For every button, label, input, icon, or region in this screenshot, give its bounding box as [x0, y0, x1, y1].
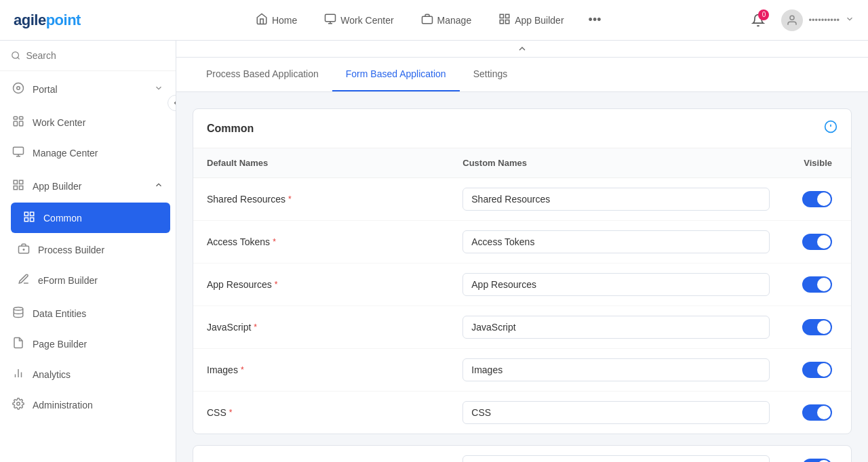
svg-rect-24	[24, 212, 28, 215]
field-css: CSS *	[207, 407, 462, 418]
sidebar-item-eformbuilder[interactable]: eForm Builder	[5, 265, 176, 295]
svg-rect-20	[14, 180, 17, 184]
svg-line-10	[18, 58, 20, 60]
monitor-icon	[324, 13, 336, 28]
svg-point-9	[12, 52, 19, 59]
home-icon	[256, 13, 268, 28]
svg-rect-5	[506, 14, 509, 18]
input-javascript[interactable]	[462, 316, 770, 339]
sidebar-item-processbuilder[interactable]: Process Builder	[5, 234, 176, 265]
required-indicator: *	[273, 237, 276, 247]
appbuilder-icon	[12, 179, 24, 193]
toggle-css[interactable]	[802, 404, 832, 421]
table-row: Access Tokens *	[193, 221, 851, 264]
input-images[interactable]	[462, 358, 770, 381]
pagebuilder-icon	[12, 337, 24, 351]
top-collapse-button[interactable]	[176, 41, 868, 58]
toggle-app-resources[interactable]	[802, 276, 832, 293]
sidebar-item-workcenter[interactable]: Work Center	[0, 107, 176, 138]
svg-point-11	[14, 83, 24, 93]
user-menu[interactable]: ••••••••••	[781, 9, 854, 31]
common-card: Common Default Names Custom Names Visibl…	[193, 108, 852, 434]
svg-rect-6	[500, 20, 503, 23]
notification-badge: 0	[758, 9, 769, 20]
tab-settings[interactable]: Settings	[460, 58, 521, 91]
chevron-up-icon	[154, 180, 163, 192]
sidebar-item-portal[interactable]: Portal	[0, 74, 176, 104]
tab-process-based[interactable]: Process Based Application	[193, 58, 332, 91]
svg-point-8	[790, 16, 794, 20]
input-css[interactable]	[462, 401, 770, 424]
svg-rect-7	[506, 20, 509, 23]
administration-icon	[12, 398, 24, 412]
tab-form-based[interactable]: Form Based Application	[332, 58, 460, 91]
required-indicator: *	[288, 194, 292, 204]
notification-button[interactable]: 0	[746, 8, 770, 33]
toggle-knob	[817, 406, 831, 419]
sidebar-item-common[interactable]: Common	[11, 203, 170, 233]
svg-rect-16	[20, 121, 23, 126]
toggle-knob	[817, 363, 831, 377]
sidebar-item-pagebuilder[interactable]: Page Builder	[0, 329, 176, 359]
sidebar-group-portal: Portal	[0, 74, 176, 104]
svg-point-31	[14, 308, 23, 311]
nav-home[interactable]: Home	[245, 7, 308, 33]
field-shared-resources: Shared Resources *	[207, 194, 462, 205]
search-box[interactable]	[0, 41, 176, 71]
top-navigation: agilepoint Home Work Center Manage App	[0, 0, 868, 41]
input-access-tokens[interactable]	[462, 230, 770, 253]
nav-manage[interactable]: Manage	[410, 7, 483, 33]
input-shared-resources[interactable]	[462, 188, 770, 211]
col-header-custom: Custom Names	[462, 158, 770, 168]
avatar	[781, 9, 803, 31]
dataentities-icon	[12, 306, 24, 320]
toggle-app-model[interactable]	[802, 459, 832, 462]
main-layout: Portal Work Center Manage Center	[0, 41, 868, 462]
grid-icon	[498, 13, 511, 28]
field-images: Images *	[207, 364, 462, 375]
svg-rect-25	[31, 212, 34, 215]
second-card: App Model and Resources *	[193, 445, 852, 462]
field-javascript: JavaScript *	[207, 322, 462, 333]
svg-rect-13	[14, 117, 17, 119]
toggle-app-resources-wrap	[770, 276, 837, 293]
input-app-resources[interactable]	[462, 273, 770, 296]
svg-rect-3	[422, 16, 432, 24]
card-title: Common	[207, 123, 254, 135]
sidebar-item-dataentities[interactable]: Data Entities	[0, 298, 176, 329]
toggle-knob	[817, 235, 831, 249]
required-indicator: *	[229, 408, 233, 417]
svg-rect-21	[20, 180, 23, 184]
eformbuilder-icon	[18, 273, 30, 287]
svg-rect-4	[500, 14, 503, 18]
toggle-images[interactable]	[802, 362, 832, 378]
chevron-up-icon	[517, 43, 528, 54]
sidebar: Portal Work Center Manage Center	[0, 41, 176, 462]
search-input[interactable]	[26, 50, 165, 61]
svg-point-12	[17, 87, 20, 90]
input-app-model[interactable]	[462, 455, 770, 462]
nav-more-button[interactable]: •••	[580, 7, 610, 33]
toggle-css-wrap	[770, 404, 837, 421]
toggle-access-tokens-wrap	[770, 234, 837, 250]
card-header: Common	[193, 109, 851, 148]
nav-items: Home Work Center Manage App Builder •••	[108, 7, 747, 33]
svg-rect-23	[20, 186, 23, 190]
appbuilder-subitems: Common Process Builder eForm Builder	[0, 203, 176, 295]
info-icon[interactable]	[824, 120, 837, 137]
table-row: App Resources *	[193, 264, 851, 306]
sidebar-item-analytics[interactable]: Analytics	[0, 359, 176, 390]
toggle-javascript-wrap	[770, 319, 837, 335]
toggle-javascript[interactable]	[802, 319, 832, 335]
sidebar-item-appbuilder[interactable]: App Builder	[0, 171, 176, 201]
nav-workcenter[interactable]: Work Center	[313, 7, 404, 33]
nav-appbuilder[interactable]: App Builder	[488, 7, 574, 33]
sidebar-item-administration[interactable]: Administration	[0, 390, 176, 420]
processbuilder-icon	[18, 243, 30, 257]
sidebar-item-managecenter[interactable]: Manage Center	[0, 138, 176, 168]
manage-icon	[12, 146, 24, 160]
required-indicator: *	[275, 280, 278, 289]
logo: agilepoint	[14, 12, 81, 29]
toggle-access-tokens[interactable]	[802, 234, 832, 250]
toggle-shared-resources[interactable]	[802, 191, 832, 207]
